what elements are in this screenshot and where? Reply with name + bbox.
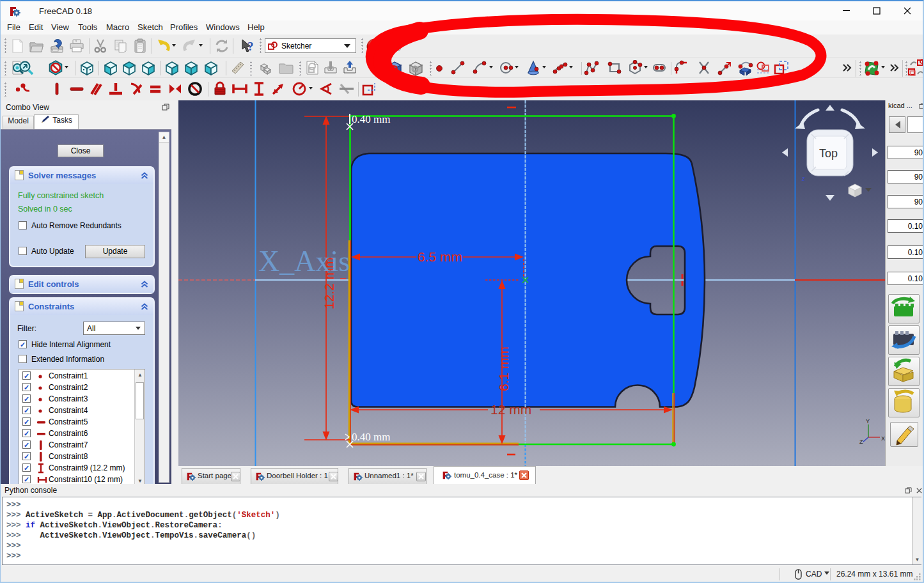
svg-text:6.5 mm: 6.5 mm <box>418 249 462 264</box>
svg-text:?: ? <box>247 40 254 53</box>
svg-text:z: z <box>801 174 805 183</box>
svg-text:Top: Top <box>819 147 838 160</box>
svg-text:6.1 mm: 6.1 mm <box>496 346 511 391</box>
svg-text:12 mm: 12 mm <box>490 402 531 417</box>
svg-text:X_Axis: X_Axis <box>258 245 350 277</box>
svg-text:Y: Y <box>866 418 870 424</box>
svg-text:0.40 mm: 0.40 mm <box>352 113 390 125</box>
svg-text:Z: Z <box>859 439 863 445</box>
svg-text:0.40 mm: 0.40 mm <box>352 431 390 443</box>
